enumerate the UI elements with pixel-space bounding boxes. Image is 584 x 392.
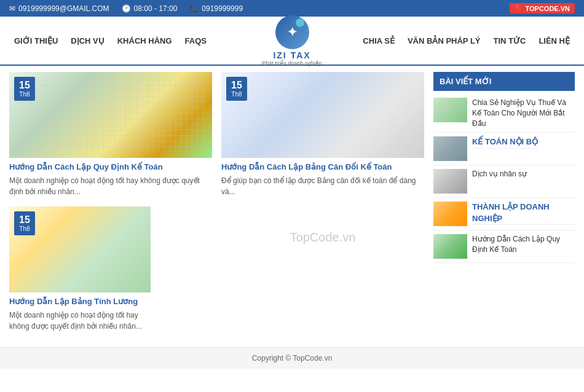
- nav-item-legal[interactable]: VĂN BẢN PHÁP LÝ: [403, 33, 486, 49]
- sidebar-item-title-2: Dịch vụ nhân sự: [472, 169, 527, 179]
- main-nav: GIỚI THIỆU DỊCH VỤ KHÁCH HÀNG FAQS ✦ IZI…: [0, 17, 584, 66]
- nav-left: GIỚI THIỆU DỊCH VỤ KHÁCH HÀNG FAQS: [9, 33, 250, 49]
- article-title-2[interactable]: Hướng Dẫn Lập Bảng Tính Lương: [9, 296, 151, 307]
- phone-item: 📞 0919999999: [189, 4, 243, 13]
- phone-icon: 📞: [189, 4, 199, 13]
- top-bar-right: 🔴 TOPCODE.VN: [510, 3, 575, 14]
- sidebar-item-title-3: THÀNH LẬP DOANH NGHIỆP: [472, 202, 575, 224]
- clock-icon: 🕐: [122, 4, 131, 13]
- nav-item-intro[interactable]: GIỚI THIỆU: [9, 33, 63, 49]
- watermark: TopCode.vn: [221, 206, 424, 268]
- sidebar-item-2[interactable]: Dịch vụ nhân sự: [433, 165, 575, 198]
- nav-item-faqs[interactable]: FAQS: [180, 33, 211, 49]
- article-image-1: [221, 72, 424, 158]
- article-month-1: Th8: [231, 91, 242, 98]
- nav-item-news[interactable]: TIN TỨC: [489, 33, 531, 49]
- article-month-2: Th8: [19, 225, 30, 233]
- watermark-text: TopCode.vn: [290, 230, 356, 245]
- logo[interactable]: ✦ IZI TAX Phát triển doanh nghiệp: [250, 15, 334, 66]
- article-excerpt-0: Một doanh nghiệp có hoạt động tốt hay kh…: [9, 175, 212, 197]
- article-date-2: 15 Th8: [14, 211, 35, 235]
- sidebar-title: BÀI VIẾT MỚI: [433, 72, 575, 91]
- articles-grid-bottom: 15 Th8 Hướng Dẫn Lập Bảng Tính Lương Một…: [9, 206, 424, 332]
- article-title-0[interactable]: Hướng Dẫn Cách Lập Quy Định Kế Toán: [9, 162, 212, 173]
- article-month-0: Th8: [19, 91, 30, 98]
- top-bar-left: ✉ 0919999999@GMAIL.COM 🕐 08:00 - 17:00 📞…: [9, 4, 243, 13]
- articles-grid-top: 15 Th8 Hướng Dẫn Cách Lập Quy Định Kế To…: [9, 72, 424, 197]
- top-bar: ✉ 0919999999@GMAIL.COM 🕐 08:00 - 17:00 📞…: [0, 0, 584, 17]
- hours-item: 🕐 08:00 - 17:00: [122, 4, 178, 13]
- article-day-0: 15: [19, 79, 30, 91]
- logo-sub: Phát triển doanh nghiệp: [262, 60, 322, 66]
- article-excerpt-2: Một doanh nghiệp có hoạt động tốt hay kh…: [9, 310, 151, 332]
- nav-item-clients[interactable]: KHÁCH HÀNG: [112, 33, 177, 49]
- article-day-1: 15: [231, 79, 242, 91]
- article-card-2[interactable]: 15 Th8 Hướng Dẫn Lập Bảng Tính Lương Một…: [9, 206, 151, 332]
- article-img-wrap-0: 15 Th8: [9, 72, 212, 158]
- article-img-wrap-2: 15 Th8: [9, 206, 151, 292]
- sidebar-item-1[interactable]: KẾ TOÁN NỘI BỘ: [433, 133, 575, 165]
- sidebar-item-4[interactable]: Hướng Dẫn Cách Lập Quy Định Kế Toán: [433, 230, 575, 263]
- article-title-1[interactable]: Hướng Dẫn Cách Lập Bảng Cân Đối Kế Toán: [221, 162, 424, 173]
- article-day-2: 15: [19, 214, 30, 225]
- logo-text: IZI TAX: [273, 50, 310, 60]
- articles-area: 15 Th8 Hướng Dẫn Cách Lập Quy Định Kế To…: [9, 72, 424, 341]
- article-date-0: 15 Th8: [14, 77, 35, 101]
- topcode-text: TOPCODE.VN: [525, 5, 570, 12]
- article-card-0[interactable]: 15 Th8 Hướng Dẫn Cách Lập Quy Định Kế To…: [9, 72, 212, 197]
- sidebar-thumb-3: [433, 202, 467, 226]
- logo-icon: ✦: [275, 15, 309, 49]
- nav-item-contact[interactable]: LIÊN HỆ: [534, 33, 575, 49]
- topcode-badge: 🔴 TOPCODE.VN: [510, 3, 575, 14]
- hours-text: 08:00 - 17:00: [134, 4, 178, 13]
- article-img-wrap-1: 15 Th8: [221, 72, 424, 158]
- sidebar-item-3[interactable]: THÀNH LẬP DOANH NGHIỆP: [433, 198, 575, 230]
- sidebar-thumb-0: [433, 98, 467, 122]
- article-excerpt-1: Để giúp bạn có thể lập được Bảng cân đối…: [221, 175, 424, 197]
- sidebar-thumb-4: [433, 234, 467, 259]
- sidebar-thumb-2: [433, 169, 467, 194]
- nav-item-service[interactable]: DỊCH VỤ: [66, 33, 109, 49]
- copyright-text: Copyright © TopCode.vn: [252, 354, 333, 363]
- article-card-1[interactable]: 15 Th8 Hướng Dẫn Cách Lập Bảng Cân Đối K…: [221, 72, 424, 197]
- nav-item-share[interactable]: CHIA SẺ: [358, 33, 400, 49]
- phone-text: 0919999999: [202, 4, 243, 13]
- sidebar-item-0[interactable]: Chia Sẻ Nghiệp Vụ Thuế Và Kế Toán Cho Ng…: [433, 94, 575, 133]
- topcode-icon: 🔴: [515, 4, 523, 12]
- article-date-1: 15 Th8: [226, 77, 247, 101]
- sidebar-thumb-1: [433, 136, 467, 161]
- email-text: 0919999999@GMAIL.COM: [18, 4, 109, 13]
- sidebar-item-title-0: Chia Sẻ Nghiệp Vụ Thuế Và Kế Toán Cho Ng…: [472, 98, 575, 128]
- sidebar: BÀI VIẾT MỚI Chia Sẻ Nghiệp Vụ Thuế Và K…: [433, 72, 575, 341]
- email-item: ✉ 0919999999@GMAIL.COM: [9, 4, 109, 13]
- main-content: 15 Th8 Hướng Dẫn Cách Lập Quy Định Kế To…: [0, 66, 584, 347]
- nav-right: CHIA SẺ VĂN BẢN PHÁP LÝ TIN TỨC LIÊN HỆ: [334, 33, 575, 49]
- email-icon: ✉: [9, 4, 15, 13]
- article-image-0: [9, 72, 212, 158]
- sidebar-item-title-1: KẾ TOÁN NỘI BỘ: [472, 136, 538, 148]
- sidebar-item-title-4: Hướng Dẫn Cách Lập Quy Định Kế Toán: [472, 234, 575, 255]
- footer: Copyright © TopCode.vn: [0, 347, 584, 369]
